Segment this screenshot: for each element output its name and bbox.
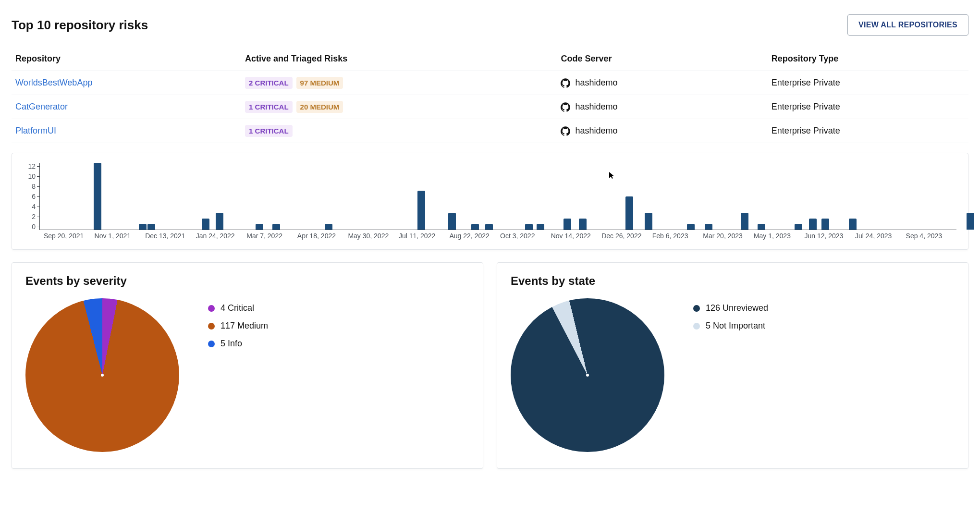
x-tick: Sep 20, 2021: [44, 232, 95, 240]
timeline-bar[interactable]: [967, 213, 974, 230]
timeline-bar[interactable]: [537, 224, 544, 230]
timeline-bar[interactable]: [471, 224, 479, 230]
timeline-bar[interactable]: [705, 224, 712, 230]
timeline-plot-area[interactable]: [40, 163, 956, 230]
timeline-bar[interactable]: [741, 213, 748, 230]
medium-badge: 20 MEDIUM: [296, 101, 343, 113]
code-server-name: hashidemo: [575, 126, 617, 136]
github-icon: [561, 102, 570, 112]
events-by-state-card: Events by state 126 Unreviewed5 Not Impo…: [497, 262, 968, 469]
repo-link[interactable]: PlatformUI: [15, 126, 56, 135]
timeline-bar[interactable]: [202, 219, 209, 230]
table-row: WorldsBestWebApp2 CRITICAL97 MEDIUMhashi…: [12, 71, 968, 95]
x-tick: May 30, 2022: [348, 232, 399, 240]
legend-label: 126 Unreviewed: [706, 303, 768, 313]
timeline-bar[interactable]: [849, 219, 857, 230]
legend-label: 4 Critical: [220, 303, 254, 313]
code-server-name: hashidemo: [575, 78, 617, 88]
github-icon: [561, 126, 570, 136]
timeline-bar[interactable]: [809, 219, 817, 230]
repo-link[interactable]: CatGenerator: [15, 102, 68, 111]
state-title: Events by state: [511, 274, 955, 288]
x-tick: Oct 3, 2022: [500, 232, 551, 240]
page-title: Top 10 repository risks: [12, 18, 148, 33]
timeline-bar[interactable]: [272, 224, 280, 230]
x-tick: May 1, 2023: [754, 232, 805, 240]
x-tick: Dec 26, 2022: [601, 232, 652, 240]
legend-label: 117 Medium: [220, 321, 268, 331]
table-row: CatGenerator1 CRITICAL20 MEDIUMhashidemo…: [12, 95, 968, 119]
critical-badge: 2 CRITICAL: [245, 77, 293, 89]
timeline-bar[interactable]: [216, 213, 223, 230]
repo-type: Enterprise Private: [768, 119, 968, 143]
legend-swatch: [208, 305, 215, 312]
repo-type: Enterprise Private: [768, 71, 968, 95]
timeline-bar[interactable]: [687, 224, 695, 230]
x-tick: Jan 24, 2022: [196, 232, 247, 240]
y-tick: 10: [28, 173, 36, 180]
x-tick: Mar 7, 2022: [246, 232, 297, 240]
legend-swatch: [208, 323, 215, 330]
x-tick: Mar 20, 2023: [703, 232, 754, 240]
timeline-bar[interactable]: [139, 224, 147, 230]
events-by-severity-card: Events by severity 4 Critical117 Medium5…: [12, 262, 483, 469]
timeline-x-axis: Sep 20, 2021Nov 1, 2021Dec 13, 2021Jan 2…: [44, 232, 956, 240]
x-tick: Feb 6, 2023: [652, 232, 703, 240]
severity-title: Events by severity: [25, 274, 469, 288]
timeline-y-axis: 121086420: [24, 163, 40, 230]
repo-type: Enterprise Private: [768, 95, 968, 119]
legend-item: 126 Unreviewed: [693, 303, 768, 313]
timeline-bar[interactable]: [821, 219, 829, 230]
timeline-bar[interactable]: [417, 191, 425, 230]
medium-badge: 97 MEDIUM: [296, 77, 343, 89]
x-tick: Apr 18, 2022: [297, 232, 348, 240]
legend-item: 117 Medium: [208, 321, 268, 331]
x-tick: Jul 11, 2022: [399, 232, 450, 240]
legend-item: 4 Critical: [208, 303, 268, 313]
legend-swatch: [693, 323, 700, 330]
risks-table: Repository Active and Triaged Risks Code…: [12, 49, 968, 143]
severity-pie-chart[interactable]: [25, 298, 179, 452]
timeline-bar[interactable]: [525, 224, 533, 230]
timeline-bar[interactable]: [448, 213, 456, 230]
timeline-bar[interactable]: [579, 219, 587, 230]
github-icon: [561, 78, 570, 88]
col-active-risks: Active and Triaged Risks: [241, 49, 557, 71]
col-repository: Repository: [12, 49, 241, 71]
timeline-bar[interactable]: [564, 219, 571, 230]
timeline-bar[interactable]: [758, 224, 765, 230]
state-pie-chart[interactable]: [511, 298, 664, 452]
timeline-chart: 121086420 Sep 20, 2021Nov 1, 2021Dec 13,…: [12, 153, 968, 250]
timeline-bar[interactable]: [147, 224, 155, 230]
y-tick: 2: [32, 213, 36, 220]
code-server-name: hashidemo: [575, 102, 617, 112]
legend-item: 5 Info: [208, 339, 268, 349]
x-tick: Dec 13, 2021: [145, 232, 196, 240]
repo-link[interactable]: WorldsBestWebApp: [15, 78, 92, 87]
col-repo-type: Repository Type: [768, 49, 968, 71]
x-tick: Sep 4, 2023: [906, 232, 957, 240]
x-tick: Nov 14, 2022: [551, 232, 602, 240]
y-tick: 4: [32, 203, 36, 210]
timeline-bar[interactable]: [795, 224, 802, 230]
header: Top 10 repository risks VIEW ALL REPOSIT…: [12, 14, 968, 36]
timeline-bar[interactable]: [485, 224, 493, 230]
x-tick: Nov 1, 2021: [95, 232, 146, 240]
legend-label: 5 Not Important: [706, 321, 765, 331]
timeline-bar[interactable]: [256, 224, 263, 230]
view-all-repositories-button[interactable]: VIEW ALL REPOSITORIES: [847, 14, 968, 36]
timeline-bar[interactable]: [645, 213, 652, 230]
critical-badge: 1 CRITICAL: [245, 101, 293, 113]
legend-swatch: [693, 305, 700, 312]
timeline-bar[interactable]: [94, 163, 101, 230]
state-legend: 126 Unreviewed5 Not Important: [693, 298, 768, 331]
table-row: PlatformUI1 CRITICALhashidemoEnterprise …: [12, 119, 968, 143]
legend-label: 5 Info: [220, 339, 242, 349]
severity-legend: 4 Critical117 Medium5 Info: [208, 298, 268, 349]
timeline-bar[interactable]: [625, 196, 633, 230]
x-tick: Jul 24, 2023: [855, 232, 906, 240]
x-tick: Aug 22, 2022: [450, 232, 501, 240]
y-tick: 6: [32, 193, 36, 200]
timeline-bar[interactable]: [325, 224, 332, 230]
y-tick: 8: [32, 183, 36, 190]
